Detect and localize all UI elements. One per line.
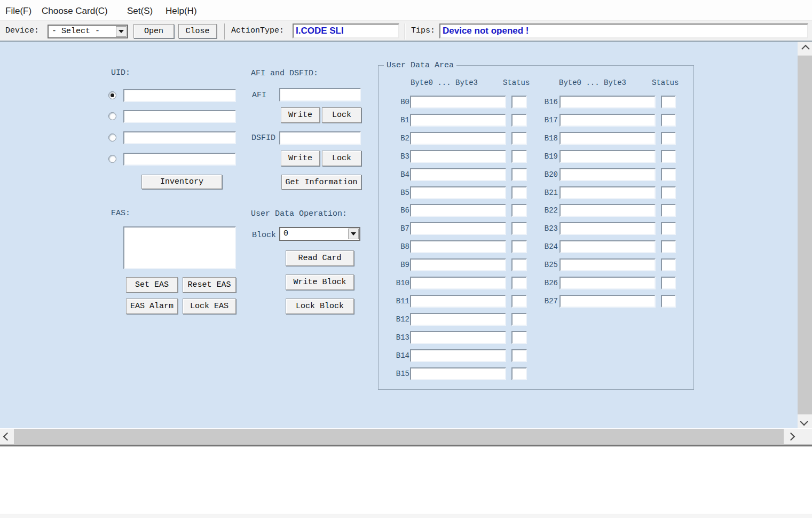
block-status-field[interactable]	[511, 222, 527, 235]
eas-alarm-button[interactable]: EAS Alarm	[126, 299, 178, 314]
eas-output-box[interactable]	[123, 226, 236, 269]
block-status-field[interactable]	[511, 186, 527, 199]
menu-file[interactable]: File(F)	[5, 5, 31, 18]
uid-field-3[interactable]	[123, 131, 236, 144]
block-data-field[interactable]	[410, 204, 506, 217]
scroll-up-button[interactable]	[798, 42, 812, 56]
block-status-field[interactable]	[511, 331, 527, 344]
block-status-field[interactable]	[661, 240, 676, 253]
afi-write-button[interactable]: Write	[281, 107, 320, 123]
block-data-field[interactable]	[410, 240, 506, 253]
set-eas-button[interactable]: Set EAS	[126, 277, 178, 293]
block-status-field[interactable]	[661, 168, 676, 181]
block-status-field[interactable]	[511, 114, 527, 127]
uid-radio-1[interactable]	[108, 91, 116, 99]
block-status-field[interactable]	[661, 222, 676, 235]
uid-field-1[interactable]	[123, 89, 236, 102]
afi-lock-button[interactable]: Lock	[322, 107, 361, 123]
block-data-field[interactable]	[559, 186, 656, 199]
block-data-field[interactable]	[410, 331, 506, 344]
block-data-field[interactable]	[410, 277, 506, 289]
uid-field-2[interactable]	[123, 110, 236, 123]
block-status-field[interactable]	[511, 313, 527, 326]
block-status-field[interactable]	[661, 277, 676, 289]
block-data-field[interactable]	[559, 114, 656, 127]
block-data-field[interactable]	[410, 258, 506, 271]
block-status-field[interactable]	[511, 295, 527, 308]
block-data-field[interactable]	[410, 367, 506, 380]
reset-eas-button[interactable]: Reset EAS	[183, 277, 236, 293]
block-status-field[interactable]	[661, 186, 676, 199]
uid-radio-3[interactable]	[108, 134, 116, 142]
block-data-field[interactable]	[410, 349, 506, 362]
block-status-field[interactable]	[661, 132, 676, 145]
block-data-field[interactable]	[559, 150, 656, 163]
close-button[interactable]: Close	[178, 24, 217, 38]
lock-block-button[interactable]: Lock Block	[286, 299, 354, 314]
block-status-field[interactable]	[661, 258, 676, 271]
inventory-button[interactable]: Inventory	[141, 175, 222, 189]
horizontal-scrollbar[interactable]	[0, 429, 798, 444]
dsfid-write-button[interactable]: Write	[281, 151, 320, 166]
open-button[interactable]: Open	[133, 24, 174, 38]
write-block-button[interactable]: Write Block	[286, 274, 354, 290]
block-data-field[interactable]	[559, 295, 656, 308]
tips-label: Tips:	[411, 26, 435, 36]
block-data-field[interactable]	[559, 240, 656, 253]
uid-radio-2[interactable]	[108, 112, 116, 120]
scroll-left-button[interactable]	[0, 429, 14, 444]
device-select[interactable]: - Select -	[48, 25, 128, 38]
block-status-field[interactable]	[511, 204, 527, 217]
uid-field-4[interactable]	[123, 153, 236, 166]
block-data-field[interactable]	[559, 168, 656, 181]
dsfid-lock-button[interactable]: Lock	[322, 151, 361, 166]
block-status-field[interactable]	[661, 150, 676, 163]
uid-radio-4[interactable]	[108, 155, 116, 163]
block-status-field[interactable]	[661, 204, 676, 217]
block-status-field[interactable]	[511, 150, 527, 163]
afi-field[interactable]	[279, 88, 361, 101]
vertical-scrollbar[interactable]	[798, 42, 812, 428]
horizontal-scroll-track[interactable]	[14, 429, 784, 444]
block-select[interactable]: 0	[279, 227, 360, 241]
block-status-field[interactable]	[511, 258, 527, 271]
block-data-field[interactable]	[559, 96, 656, 108]
block-data-field[interactable]	[410, 168, 506, 181]
block-data-field[interactable]	[410, 295, 506, 308]
vertical-scroll-track[interactable]	[798, 56, 812, 414]
block-status-field[interactable]	[511, 349, 527, 362]
block-status-field[interactable]	[511, 367, 527, 380]
block-data-field[interactable]	[559, 277, 656, 289]
block-status-field[interactable]	[511, 168, 527, 181]
block-status-field[interactable]	[511, 277, 527, 289]
block-data-field[interactable]	[559, 204, 656, 217]
block-data-field[interactable]	[410, 186, 506, 199]
block-data-field[interactable]	[410, 114, 506, 127]
block-status-field[interactable]	[511, 96, 527, 108]
block-data-field[interactable]	[559, 258, 656, 271]
dsfid-field[interactable]	[279, 131, 361, 145]
tips-value: Device not opened !	[440, 26, 529, 36]
block-status-field[interactable]	[661, 114, 676, 127]
block-data-field[interactable]	[410, 222, 506, 235]
block-data-field[interactable]	[410, 96, 506, 108]
block-select-dropdown-button[interactable]	[348, 229, 359, 239]
block-data-field[interactable]	[410, 150, 506, 163]
block-status-field[interactable]	[511, 132, 527, 145]
block-data-field[interactable]	[410, 313, 506, 326]
block-status-field[interactable]	[511, 240, 527, 253]
block-data-field[interactable]	[559, 132, 656, 145]
block-data-field[interactable]	[559, 222, 656, 235]
scroll-down-button[interactable]	[798, 414, 812, 428]
block-status-field[interactable]	[661, 295, 676, 308]
read-card-button[interactable]: Read Card	[286, 250, 354, 266]
scroll-right-button[interactable]	[784, 429, 798, 444]
menu-help[interactable]: Help(H)	[165, 5, 197, 18]
block-status-field[interactable]	[661, 96, 676, 108]
get-information-button[interactable]: Get Information	[281, 175, 361, 190]
menu-set[interactable]: Set(S)	[127, 5, 153, 18]
device-select-dropdown-button[interactable]	[116, 26, 127, 37]
lock-eas-button[interactable]: Lock EAS	[183, 299, 236, 314]
block-data-field[interactable]	[410, 132, 506, 145]
menu-choose-card[interactable]: Choose Card(C)	[42, 5, 108, 18]
